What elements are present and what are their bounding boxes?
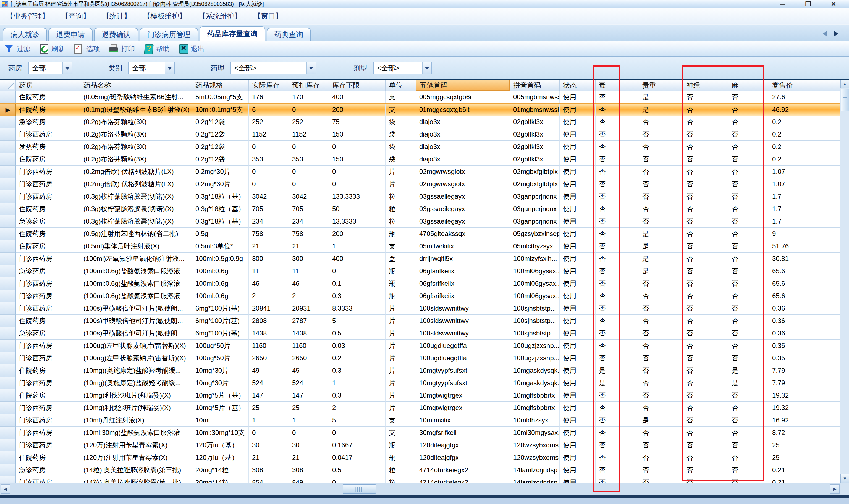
row-selector[interactable]	[0, 265, 16, 277]
tab-scroll-left-icon[interactable]	[823, 31, 827, 37]
table-row[interactable]: 急诊药房(0.3g)桉柠蒎肠溶胶囊(切诺)(X)0.3g*18粒（基）23423…	[0, 215, 840, 228]
tab-药典查询[interactable]: 药典查询	[267, 28, 311, 41]
column-header-麻[interactable]: 麻	[728, 79, 769, 91]
menu-item[interactable]: 【窗口】	[254, 11, 283, 21]
row-selector[interactable]	[0, 439, 16, 451]
row-selector[interactable]	[0, 277, 16, 290]
table-row[interactable]: 门诊西药房(0.2g)布洛芬颗粒(3X)0.2g*12袋11521152150袋…	[0, 128, 840, 141]
table-row[interactable]: 住院药房(10mg)利伐沙班片(拜瑞妥)(X)10mg*5片（基）1471470…	[0, 389, 840, 402]
select-all-corner[interactable]	[0, 79, 16, 91]
menu-item[interactable]: 【统计】	[102, 11, 131, 21]
table-row[interactable]: 急诊药房(100s)甲磺酸倍他司汀片(敏使朗...6mg*100片(基)1438…	[0, 327, 840, 340]
scroll-up-icon[interactable]: ▲	[841, 79, 849, 88]
chevron-down-icon[interactable]	[306, 62, 315, 74]
row-selector[interactable]	[0, 364, 16, 377]
tab-药品库存量查询[interactable]: 药品库存量查询	[200, 26, 265, 41]
table-row[interactable]: 门诊西药房(100ml:0.6g)盐酸氨溴索口服溶液100ml:0.6g4646…	[0, 277, 840, 290]
table-row[interactable]: 住院药房(120万)注射用苄星青霉素(X)120万iu（基）21210.0417…	[0, 451, 840, 464]
选项-button[interactable]: 选项	[73, 43, 100, 54]
row-selector[interactable]	[0, 340, 16, 352]
table-row[interactable]: 门诊西药房(100ug)左甲状腺素钠片(雷替斯)(X)100ug*50片2650…	[0, 352, 840, 364]
table-row[interactable]: 门诊西药房(14粒) 奥美拉唑肠溶胶囊(第三批)20mg*14粒8548490粒…	[0, 476, 840, 483]
过滤-button[interactable]: 过滤	[4, 43, 31, 54]
table-row[interactable]: 门诊西药房(100s)甲磺酸倍他司汀片(敏使朗...6mg*100片(基)208…	[0, 302, 840, 315]
row-selector[interactable]	[0, 191, 16, 203]
row-selector[interactable]	[0, 377, 16, 389]
column-header-药品名称[interactable]: 药品名称	[80, 79, 192, 91]
table-row[interactable]: 门诊西药房(100ml:0.6g)盐酸氨溴索口服溶液100ml:0.6g220.…	[0, 290, 840, 302]
药房-dropdown[interactable]: 全部	[28, 61, 72, 74]
scroll-down-icon[interactable]: ▼	[841, 474, 849, 483]
table-row[interactable]: 住院药房(0.5ml)垂体后叶注射液(X)0.5ml:3单位*...21211支…	[0, 240, 840, 253]
minimize-icon[interactable]: ─	[777, 0, 788, 8]
row-selector[interactable]	[0, 327, 16, 340]
row-selector[interactable]	[0, 91, 16, 103]
horizontal-scrollbar[interactable]: ◀ ▶	[0, 483, 840, 494]
table-row[interactable]: 门诊西药房(0.2mg倍欣) 伏格列波糖片(LX)0.2mg*30片000片02…	[0, 165, 840, 178]
menu-item[interactable]: 【业务管理】	[6, 11, 49, 21]
row-selector[interactable]	[0, 476, 16, 483]
table-row[interactable]: 急诊药房(0.2g)布洛芬颗粒(3X)0.2g*12袋25225275袋diaj…	[0, 116, 840, 128]
table-row[interactable]: 门诊西药房(10ml:30mg)盐酸氨溴索口服溶液10ml:30mg*10支00…	[0, 427, 840, 439]
tab-门诊病历管理[interactable]: 门诊病历管理	[140, 28, 198, 41]
close-icon[interactable]: ✕	[828, 0, 839, 8]
column-header-毒[interactable]: 毒	[596, 79, 639, 91]
chevron-down-icon[interactable]	[62, 62, 72, 74]
table-row[interactable]: 门诊西药房(100ug)左甲状腺素钠片(雷替斯)(X)100ug*50片1160…	[0, 340, 840, 352]
maximize-icon[interactable]: ❐	[802, 0, 814, 8]
row-selector[interactable]	[0, 451, 16, 464]
table-row[interactable]: 门诊西药房(10mg)(奥施康定)盐酸羟考酮缓...10mg*30片524524…	[0, 377, 840, 389]
tab-退费申请[interactable]: 退费申请	[48, 28, 93, 41]
table-row[interactable]: 门诊西药房(10ml)丹红注射液(X)10ml115支10mlmxitix10m…	[0, 414, 840, 427]
table-row[interactable]: 急诊药房(100ml:0.6g)盐酸氨溴索口服溶液100ml:0.6g11110…	[0, 265, 840, 277]
打印-button[interactable]: 打印	[108, 43, 135, 54]
column-header-拼音首码[interactable]: 拼音首码	[510, 79, 560, 91]
table-row[interactable]: 急诊药房(14粒) 奥美拉唑肠溶胶囊(第三批)20mg*14粒3083080.5…	[0, 464, 840, 476]
tab-病人就诊[interactable]: 病人就诊	[3, 28, 47, 41]
row-selector[interactable]	[0, 153, 16, 165]
row-selector[interactable]	[0, 352, 16, 364]
table-row[interactable]: 住院药房(10mg)(奥施康定)盐酸羟考酮缓...10mg*30片49450.3…	[0, 364, 840, 377]
column-header-预扣库存[interactable]: 预扣库存	[289, 79, 329, 91]
row-selector[interactable]	[0, 427, 16, 439]
vertical-scroll-thumb[interactable]	[841, 89, 849, 111]
column-header-药房[interactable]: 药房	[16, 79, 80, 91]
column-header-库存下限[interactable]: 库存下限	[329, 79, 385, 91]
row-selector[interactable]	[0, 141, 16, 153]
menu-item[interactable]: 【模板维护】	[143, 11, 186, 21]
row-selector[interactable]	[0, 414, 16, 427]
column-header-状态[interactable]: 状态	[560, 79, 596, 91]
table-row[interactable]: ▶住院药房(0.1mg)斑蝥酸钠维生素B6注射液(X)10ml:0.1mg*5支…	[0, 103, 840, 116]
帮助-button[interactable]: 帮助	[143, 43, 170, 54]
row-selector[interactable]	[0, 116, 16, 128]
table-row[interactable]: 发热药房(0.2g)布洛芬颗粒(3X)0.2g*12袋000袋diajo3x02…	[0, 141, 840, 153]
table-row[interactable]: 门诊西药房(10mg)利伐沙班片(拜瑞妥)(X)10mg*5片（基）25252片…	[0, 402, 840, 414]
类别-dropdown[interactable]: 全部	[128, 61, 175, 74]
column-header-单位[interactable]: 单位	[385, 79, 416, 91]
row-selector[interactable]	[0, 165, 16, 178]
scroll-left-icon[interactable]: ◀	[1, 484, 10, 494]
column-header-五笔首码[interactable]: 五笔首码	[416, 79, 510, 91]
scroll-right-icon[interactable]: ▶	[830, 484, 839, 494]
vertical-scrollbar[interactable]: ▲ ▼	[840, 79, 849, 483]
horizontal-scroll-thumb[interactable]	[343, 484, 376, 494]
menu-item[interactable]: 【查询】	[61, 11, 90, 21]
row-selector[interactable]	[0, 128, 16, 141]
剂型-dropdown[interactable]: <全部>	[373, 61, 432, 74]
table-row[interactable]: 门诊西药房(120万)注射用苄星青霉素(X)120万iu（基）30300.166…	[0, 439, 840, 451]
table-row[interactable]: 门诊西药房(100ml)左氧氟沙星氯化钠注射液...100ml:0.5g:0.9…	[0, 253, 840, 265]
row-selector[interactable]	[0, 302, 16, 315]
tab-scroll-right-icon[interactable]	[834, 31, 838, 37]
column-header-零售价[interactable]: 零售价	[769, 79, 840, 91]
column-header-药品规格[interactable]: 药品规格	[192, 79, 249, 91]
row-selector[interactable]	[0, 178, 16, 191]
table-row[interactable]: 住院药房(0.05mg)斑蝥酸钠维生素B6注射...5ml:0.05mg*5支1…	[0, 91, 840, 103]
row-selector[interactable]	[0, 290, 16, 302]
column-header-贵重[interactable]: 贵重	[639, 79, 683, 91]
row-selector[interactable]	[0, 240, 16, 253]
table-row[interactable]: 门诊西药房(0.2mg倍欣) 伏格列波糖片(LX)0.2mg*30片000片02…	[0, 178, 840, 191]
row-selector[interactable]	[0, 228, 16, 240]
table-row[interactable]: 住院药房(0.3g)桉柠蒎肠溶胶囊(切诺)(X)0.3g*18粒（基）70570…	[0, 203, 840, 215]
menu-item[interactable]: 【系统维护】	[198, 11, 241, 21]
退出-button[interactable]: 退出	[178, 43, 204, 54]
